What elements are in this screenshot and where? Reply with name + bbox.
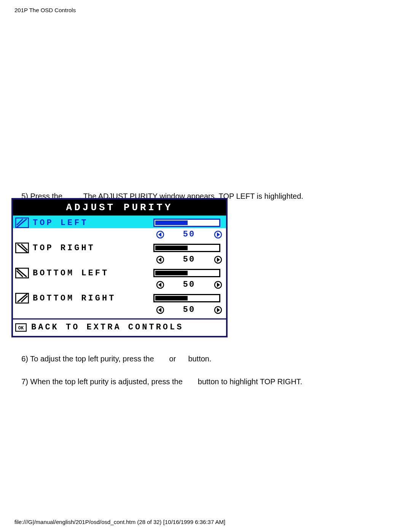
purity-bottom-right-icon bbox=[15, 293, 29, 304]
osd-item-top-right[interactable]: TOP RIGHT bbox=[13, 241, 226, 253]
osd-item-value: 50 bbox=[164, 305, 214, 315]
purity-bottom-left-icon bbox=[15, 268, 29, 278]
step6-prefix: 6) To adjust the top left purity, press … bbox=[21, 355, 154, 363]
purity-top-right-icon bbox=[15, 243, 29, 253]
increase-arrow-right-icon[interactable] bbox=[214, 230, 222, 239]
increase-arrow-right-icon[interactable] bbox=[214, 281, 222, 289]
osd-item-bottom-left-value-row: 50 bbox=[13, 278, 226, 291]
svg-marker-27 bbox=[217, 308, 220, 312]
step6-mid: or bbox=[169, 355, 176, 363]
value-bar bbox=[153, 294, 220, 302]
svg-marker-18 bbox=[158, 283, 161, 287]
svg-marker-4 bbox=[158, 232, 161, 237]
svg-marker-25 bbox=[158, 308, 161, 312]
osd-item-bottom-right[interactable]: BOTTOM RIGHT bbox=[13, 291, 226, 304]
decrease-arrow-left-icon[interactable] bbox=[156, 230, 164, 239]
page-header: 201P The OSD Controls bbox=[14, 7, 76, 13]
osd-item-label: BOTTOM RIGHT bbox=[33, 294, 151, 303]
step7-prefix: 7) When the top left purity is adjusted,… bbox=[21, 377, 183, 386]
increase-arrow-right-icon[interactable] bbox=[214, 256, 222, 264]
decrease-arrow-left-icon[interactable] bbox=[156, 256, 164, 264]
osd-item-top-right-value-row: 50 bbox=[13, 253, 226, 266]
svg-text:OK: OK bbox=[18, 326, 24, 331]
osd-item-value: 50 bbox=[164, 230, 214, 239]
step7-suffix: button to highlight TOP RIGHT. bbox=[198, 377, 303, 386]
decrease-arrow-left-icon[interactable] bbox=[156, 281, 164, 289]
osd-item-value: 50 bbox=[164, 255, 214, 264]
value-bar bbox=[153, 244, 220, 252]
osd-item-label: BOTTOM LEFT bbox=[33, 268, 151, 278]
osd-item-bottom-left[interactable]: BOTTOM LEFT bbox=[13, 266, 226, 278]
svg-marker-6 bbox=[217, 232, 220, 237]
svg-marker-11 bbox=[158, 257, 161, 262]
osd-footer-label: BACK TO EXTRA CONTROLS bbox=[31, 323, 183, 332]
decrease-arrow-left-icon[interactable] bbox=[156, 306, 164, 314]
svg-marker-20 bbox=[217, 283, 220, 287]
increase-arrow-right-icon[interactable] bbox=[214, 306, 222, 314]
instruction-step-7: 7) When the top left purity is adjusted,… bbox=[13, 368, 302, 395]
adjust-purity-osd-window: ADJUST PURITY TOP LEFT bbox=[11, 198, 228, 337]
osd-back-row[interactable]: OK BACK TO EXTRA CONTROLS bbox=[13, 320, 226, 336]
purity-top-left-icon bbox=[15, 217, 29, 228]
osd-item-value: 50 bbox=[164, 280, 214, 289]
ok-icon: OK bbox=[15, 323, 27, 332]
osd-item-bottom-right-value-row: 50 bbox=[13, 304, 226, 318]
osd-title: ADJUST PURITY bbox=[13, 200, 226, 216]
osd-item-label: TOP RIGHT bbox=[33, 243, 151, 253]
osd-item-top-left-value-row: 50 bbox=[13, 228, 226, 241]
osd-item-label: TOP LEFT bbox=[33, 218, 151, 228]
step6-suffix: button. bbox=[188, 355, 211, 363]
svg-marker-13 bbox=[217, 257, 220, 262]
value-bar bbox=[153, 219, 220, 227]
osd-item-top-left[interactable]: TOP LEFT bbox=[13, 216, 226, 228]
value-bar bbox=[153, 269, 220, 277]
page-footer: file:///G|/manual/english/201P/osd/osd_c… bbox=[14, 519, 225, 525]
